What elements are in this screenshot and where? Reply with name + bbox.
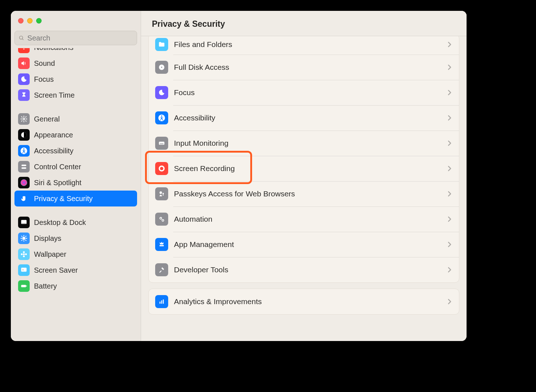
svg-rect-11 <box>22 223 26 224</box>
privacy-row-developer-tools[interactable]: Developer Tools <box>149 257 459 282</box>
settings-group-1: Files and FoldersFull Disk AccessFocusAc… <box>148 36 459 283</box>
svg-rect-38 <box>163 299 164 304</box>
close-window-button[interactable] <box>18 18 24 24</box>
chevron-right-icon <box>447 89 452 96</box>
svg-point-23 <box>161 67 162 68</box>
sidebar-item-wallpaper[interactable]: Wallpaper <box>14 246 137 262</box>
row-label: Automation <box>174 215 212 223</box>
svg-rect-20 <box>21 285 26 287</box>
privacy-row-screen-recording[interactable]: Screen Recording <box>149 156 459 181</box>
row-label: Accessibility <box>174 114 215 122</box>
content-pane: Privacy & Security Files and FoldersFull… <box>141 11 467 341</box>
privacy-row-focus[interactable]: Focus <box>149 80 459 105</box>
sidebar-item-control-center[interactable]: Control Center <box>14 159 137 175</box>
svg-rect-18 <box>21 268 27 272</box>
hourglass-icon <box>18 89 30 101</box>
moon-icon <box>155 86 168 99</box>
chevron-right-icon <box>447 241 452 248</box>
search-input[interactable] <box>27 34 133 42</box>
sidebar-item-desktop-dock[interactable]: Desktop & Dock <box>14 214 137 230</box>
sidebar-scroll[interactable]: NotificationsSoundFocusScreen TimeGenera… <box>11 48 141 341</box>
chevron-right-icon <box>447 115 452 121</box>
sidebar-item-screen-time[interactable]: Screen Time <box>14 87 137 103</box>
privacy-row-passkeys[interactable]: Passkeys Access for Web Browsers <box>149 181 459 206</box>
privacy-row-analytics[interactable]: Analytics & Improvements <box>149 289 459 314</box>
sidebar-item-label: Desktop & Dock <box>34 218 86 227</box>
svg-point-6 <box>23 148 25 150</box>
privacy-list: Files and FoldersFull Disk AccessFocusAc… <box>148 36 459 315</box>
sidebar: NotificationsSoundFocusScreen TimeGenera… <box>11 11 141 341</box>
accessibility-icon <box>155 111 168 124</box>
svg-point-31 <box>162 193 164 194</box>
svg-rect-8 <box>21 167 26 169</box>
sidebar-item-label: Focus <box>34 75 54 84</box>
svg-rect-35 <box>159 245 164 246</box>
flower-icon <box>18 248 30 260</box>
sidebar-item-siri[interactable]: Siri & Spotlight <box>14 175 137 191</box>
svg-point-25 <box>161 115 162 117</box>
bell-icon <box>18 48 30 53</box>
chevron-right-icon <box>447 64 452 71</box>
svg-point-33 <box>160 217 162 219</box>
svg-point-3 <box>23 118 25 120</box>
zoom-window-button[interactable] <box>36 18 42 24</box>
sidebar-item-battery[interactable]: Battery <box>14 278 137 294</box>
privacy-row-input-monitoring[interactable]: Input Monitoring <box>149 131 459 156</box>
switches-icon <box>18 161 30 172</box>
svg-point-9 <box>21 179 27 186</box>
row-label: Analytics & Improvements <box>174 297 262 306</box>
sidebar-item-notifications[interactable]: Notifications <box>14 48 137 55</box>
speaker-icon <box>18 57 30 69</box>
search-field[interactable] <box>14 31 137 45</box>
svg-point-15 <box>23 255 25 257</box>
sidebar-item-displays[interactable]: Displays <box>14 230 137 246</box>
sun-icon <box>18 233 30 244</box>
svg-rect-2 <box>23 48 24 50</box>
sidebar-item-general[interactable]: General <box>14 111 137 127</box>
sidebar-item-label: Accessibility <box>34 147 73 155</box>
sidebar-item-focus[interactable]: Focus <box>14 71 137 87</box>
svg-rect-36 <box>159 302 161 304</box>
svg-point-30 <box>159 191 162 194</box>
keyboard-icon <box>155 137 168 150</box>
record-icon <box>155 162 168 175</box>
svg-rect-26 <box>159 142 165 145</box>
chevron-right-icon <box>447 191 452 197</box>
sidebar-item-appearance[interactable]: Appearance <box>14 127 137 143</box>
svg-rect-21 <box>26 285 27 286</box>
row-label: Files and Folders <box>174 40 232 49</box>
privacy-row-app-management[interactable]: App Management <box>149 232 459 257</box>
row-label: Screen Recording <box>174 164 235 173</box>
sidebar-item-label: Siri & Spotlight <box>34 179 81 187</box>
sidebar-item-label: Sound <box>34 59 55 68</box>
svg-line-1 <box>22 39 24 40</box>
sidebar-item-label: Privacy & Security <box>34 195 93 203</box>
privacy-row-files-folders[interactable]: Files and Folders <box>149 36 459 55</box>
gear-icon <box>18 113 30 125</box>
folder-icon <box>155 38 168 51</box>
sidebar-item-accessibility[interactable]: Accessibility <box>14 143 137 159</box>
svg-point-19 <box>22 269 24 270</box>
content-scroll[interactable]: Files and FoldersFull Disk AccessFocusAc… <box>141 36 467 341</box>
row-label: Focus <box>174 88 195 97</box>
sidebar-item-screen-saver[interactable]: Screen Saver <box>14 262 137 278</box>
privacy-row-accessibility[interactable]: Accessibility <box>149 105 459 131</box>
sidebar-item-sound[interactable]: Sound <box>14 55 137 71</box>
accessibility-icon <box>18 145 30 157</box>
privacy-row-full-disk[interactable]: Full Disk Access <box>149 55 459 80</box>
moon-icon <box>18 73 30 85</box>
svg-point-29 <box>160 167 163 170</box>
svg-point-16 <box>21 253 23 255</box>
contrast-icon <box>18 129 30 141</box>
battery-icon <box>18 280 30 292</box>
sidebar-item-label: Wallpaper <box>34 250 66 259</box>
sidebar-item-privacy[interactable]: Privacy & Security <box>14 191 137 206</box>
svg-rect-37 <box>161 301 162 304</box>
privacy-row-automation[interactable]: Automation <box>149 206 459 232</box>
sidebar-item-label: Appearance <box>34 131 73 139</box>
svg-point-13 <box>23 253 25 255</box>
row-label: Full Disk Access <box>174 63 229 72</box>
minimize-window-button[interactable] <box>27 18 33 24</box>
siri-icon <box>18 177 30 188</box>
chevron-right-icon <box>447 41 452 48</box>
